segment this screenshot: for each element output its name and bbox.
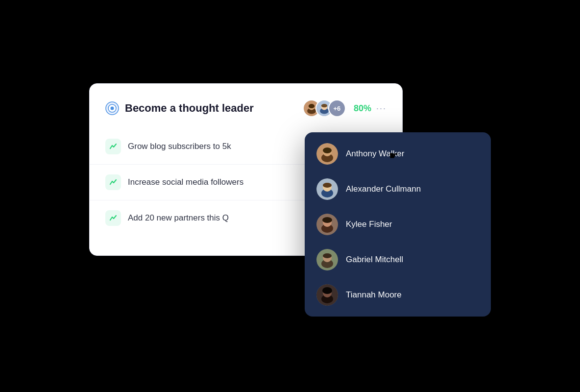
member-name-5: Tiannah Moore	[346, 290, 402, 300]
task-label-3: Add 20 new partners this Q	[128, 213, 229, 223]
avatar-count-badge[interactable]: +6	[328, 99, 346, 117]
task-icon-3	[105, 210, 121, 226]
member-avatar-4	[316, 249, 338, 270]
task-icon-2	[105, 174, 121, 190]
member-avatar-1	[316, 143, 338, 165]
list-item[interactable]: Gabriel Mitchell	[305, 242, 491, 277]
scene: Become a thought leader	[89, 74, 491, 318]
target-icon	[105, 101, 119, 115]
svg-point-18	[323, 183, 332, 188]
list-item[interactable]: Kylee Fisher	[305, 207, 491, 242]
member-avatar-2	[316, 178, 338, 200]
task-label-2: Increase social media followers	[128, 177, 243, 187]
card-title: Become a thought leader	[125, 102, 254, 115]
member-avatar-5	[316, 284, 338, 306]
member-avatar-3	[316, 214, 338, 235]
list-item[interactable]: Tiannah Moore	[305, 277, 491, 313]
member-name-4: Gabriel Mitchell	[346, 255, 403, 265]
more-options-icon[interactable]: ···	[376, 103, 387, 114]
task-label-1: Grow blog subscribers to 5k	[128, 142, 231, 151]
avatar-stack: +6	[303, 99, 346, 117]
svg-point-14	[323, 147, 332, 153]
svg-point-22	[322, 217, 332, 223]
member-name-3: Kylee Fisher	[346, 220, 392, 229]
svg-point-26	[323, 253, 332, 258]
list-item[interactable]: Anthony Walker	[305, 136, 491, 172]
svg-point-2	[111, 107, 114, 110]
list-item[interactable]: Alexander Cullmann	[305, 172, 491, 207]
member-name-1: Anthony Walker	[346, 149, 404, 159]
svg-point-10	[321, 104, 327, 107]
svg-point-6	[309, 104, 314, 108]
svg-point-30	[322, 287, 332, 294]
task-icon-1	[105, 139, 121, 154]
card-title-wrap: Become a thought leader	[105, 101, 254, 115]
card-header-right: +6 80% ···	[303, 99, 387, 117]
progress-text: 80%	[354, 103, 371, 114]
card-header: Become a thought leader	[90, 99, 402, 129]
member-name-2: Alexander Cullmann	[346, 184, 421, 194]
members-dropdown: Anthony Walker Alexander Cullmann	[305, 132, 491, 317]
